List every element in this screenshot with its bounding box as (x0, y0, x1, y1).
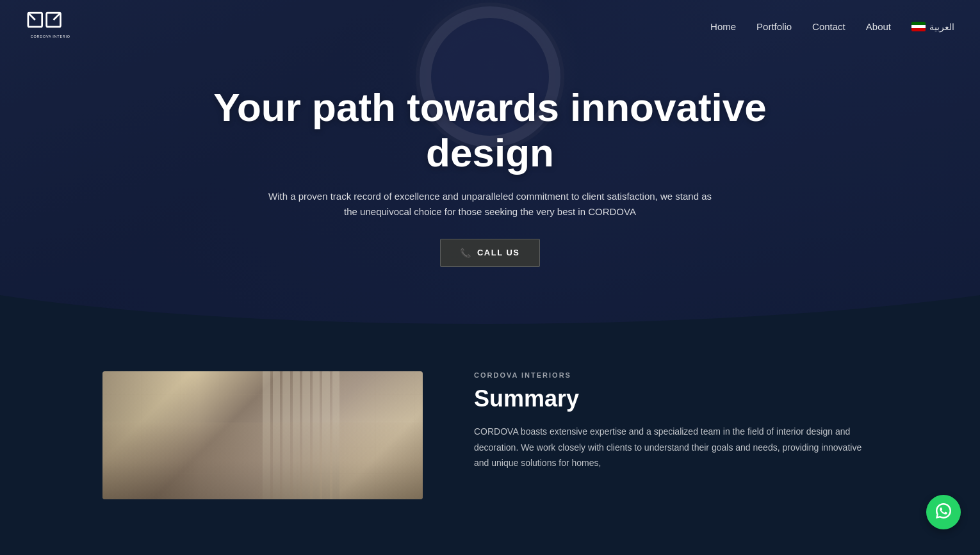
nav-home[interactable]: Home (710, 21, 736, 32)
summary-text-block: CORDOVA INTERIORS Summary CORDOVA boasts… (474, 371, 878, 471)
hero-section: CORDOVA INTERIOR DESIGN Home Portfolio C… (0, 0, 980, 333)
blind-line (302, 371, 310, 499)
logo-svg: CORDOVA INTERIOR DESIGN (26, 9, 70, 44)
svg-line-3 (54, 13, 61, 20)
blind-line (273, 371, 281, 499)
summary-content: CORDOVA INTERIORS Summary CORDOVA boasts… (0, 371, 980, 499)
call-us-button[interactable]: 📞 CALL US (440, 239, 539, 267)
nav-links: Home Portfolio Contact About العربية (710, 21, 954, 32)
hero-subtitle: With a proven track record of excellence… (266, 189, 714, 220)
nav-portfolio[interactable]: Portfolio (756, 21, 792, 32)
blind-line (263, 371, 270, 499)
blind-line (282, 371, 290, 499)
summary-body: CORDOVA boasts extensive expertise and a… (474, 424, 878, 471)
logo-area[interactable]: CORDOVA INTERIOR DESIGN (26, 9, 70, 44)
navbar: CORDOVA INTERIOR DESIGN Home Portfolio C… (0, 0, 980, 53)
svg-text:CORDOVA INTERIOR DESIGN: CORDOVA INTERIOR DESIGN (31, 35, 70, 38)
hero-title: Your path towards innovative design (202, 84, 778, 176)
nav-contact[interactable]: Contact (812, 21, 845, 32)
wave-separator (0, 295, 980, 333)
cta-label: CALL US (477, 248, 520, 257)
blind-line (332, 371, 340, 499)
svg-line-1 (28, 13, 35, 20)
hero-content: Your path towards innovative design With… (202, 84, 778, 267)
language-switcher[interactable]: العربية (911, 22, 954, 32)
blind-line (293, 371, 300, 499)
interior-image (102, 371, 423, 499)
summary-title: Summary (474, 385, 878, 412)
blind-line (322, 371, 330, 499)
company-tag: CORDOVA INTERIORS (474, 371, 878, 379)
blind-line (313, 371, 320, 499)
phone-icon: 📞 (460, 248, 472, 258)
nav-about[interactable]: About (866, 21, 891, 32)
bottom-section: CORDOVA INTERIORS Summary CORDOVA boasts… (0, 333, 980, 499)
language-label: العربية (929, 22, 954, 32)
saudi-flag-icon (911, 22, 926, 31)
blind-decoration (263, 371, 339, 499)
